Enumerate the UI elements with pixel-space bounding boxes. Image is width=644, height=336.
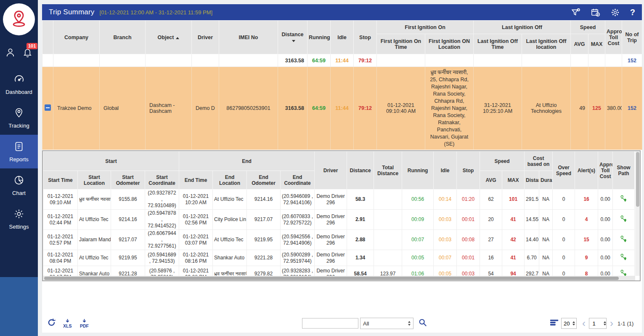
column-header-max-speed[interactable]: MAX — [588, 34, 605, 54]
cell: 00:14 — [434, 189, 457, 210]
group-header-last-ignition: Last Ignition Off — [474, 21, 571, 34]
column-header-toll[interactable]: Approx Toll Cost — [598, 152, 613, 189]
cell: 0.00 — [598, 250, 613, 266]
collapse-checkbox[interactable] — [45, 104, 51, 111]
column-header-end-location[interactable]: End Location — [213, 171, 247, 189]
sidebar: 101 Dashboard Tracking — [0, 0, 38, 336]
column-header-stop[interactable]: Stop — [354, 21, 377, 54]
export-pdf-button[interactable]: PDF — [80, 319, 89, 328]
cell — [377, 54, 425, 67]
search-column-select[interactable]: All — [360, 318, 413, 329]
cell: 9217.07 — [247, 210, 281, 230]
show-path-icon[interactable] — [620, 256, 628, 262]
page-number-input[interactable] — [589, 320, 599, 327]
column-header-running[interactable]: Running — [307, 21, 331, 54]
column-header-stop[interactable]: Stop — [457, 152, 480, 189]
column-header-distance[interactable]: Distance — [278, 21, 307, 54]
cell: (20.5946089 , 72.9414106) — [281, 189, 315, 210]
schedule-calendar-icon[interactable] — [591, 8, 600, 17]
column-header-end-coordinate[interactable]: End Coordinate — [281, 171, 315, 189]
column-header-start-coordinate[interactable]: Start Coordinate — [145, 171, 179, 189]
column-header-idle[interactable]: Idle — [331, 21, 354, 54]
trip-detail-panel: Start End Driver Distance Total Distance… — [42, 150, 641, 281]
column-header-over-speed[interactable]: Over Speed — [553, 152, 575, 189]
column-header-object[interactable]: Object — [146, 21, 192, 54]
cell: 6.70 — [525, 250, 539, 266]
column-header-avg-speed[interactable]: AVG — [571, 34, 588, 54]
total-trips: 152 — [622, 54, 642, 67]
help-icon[interactable]: ? — [630, 8, 635, 17]
idle-cell: 11:44 — [331, 67, 354, 150]
column-header-start-time[interactable]: Start Time — [43, 171, 78, 189]
cell: 0 — [553, 210, 575, 230]
sidebar-item-settings[interactable]: Settings — [0, 202, 38, 236]
cell: 9214.16 — [111, 210, 145, 230]
column-header-trips[interactable]: No of Trip — [622, 21, 642, 54]
search-input[interactable] — [302, 318, 358, 329]
table-row-trip: 01-12-2021 09:10 AM ध्रुव फर्नीचर नवसारी… — [43, 189, 635, 210]
sidebar-item-dashboard[interactable]: Dashboard — [0, 67, 38, 101]
column-header-idle[interactable]: Idle — [434, 152, 457, 189]
cell: 9221.28 — [247, 250, 281, 266]
column-header-alerts[interactable]: Alert(s) — [575, 152, 598, 189]
column-header-branch[interactable]: Branch — [100, 21, 146, 54]
column-header-start-odometer[interactable]: Start Odometer — [111, 171, 145, 189]
app-logo[interactable] — [3, 3, 35, 35]
cell: 9217.07 — [111, 230, 145, 250]
column-header-last-ignition-location[interactable]: Last Ignition Off location — [522, 34, 571, 54]
horizontal-scrollbar[interactable] — [43, 276, 635, 280]
column-header-start-location[interactable]: Start Location — [78, 171, 111, 189]
refresh-icon[interactable] — [47, 318, 56, 329]
table-row-vehicle[interactable]: Trakzee Demo Global Dashcam - Dashcam De… — [42, 67, 642, 150]
toll-cost-cell: 380.00 — [605, 67, 622, 150]
sidebar-item-tracking[interactable]: Tracking — [0, 101, 38, 135]
column-header-end-time[interactable]: End Time — [179, 171, 213, 189]
group-header-speed: Speed — [480, 152, 525, 171]
show-path-icon[interactable] — [620, 218, 628, 224]
company-cell: Trakzee Demo — [53, 67, 100, 150]
user-icon[interactable] — [5, 47, 16, 59]
sidebar-item-reports[interactable]: Reports — [0, 135, 38, 168]
column-header-imei[interactable]: IMEI No — [219, 21, 278, 54]
dashboard-icon — [13, 73, 25, 86]
column-header-driver[interactable]: Driver — [315, 152, 347, 189]
cell: 101 — [502, 189, 525, 210]
sidebar-item-chart[interactable]: Chart — [0, 168, 38, 202]
cell — [425, 54, 474, 67]
column-header-running[interactable]: Running — [402, 152, 434, 189]
show-path-icon[interactable] — [620, 198, 628, 204]
settings-gear-icon[interactable] — [610, 8, 620, 17]
scrollbar-thumb[interactable] — [636, 152, 639, 207]
notifications-bell-icon[interactable]: 101 — [22, 47, 33, 59]
column-header-total-distance[interactable]: Total Distance — [374, 152, 402, 189]
column-header-last-ignition-time[interactable]: Last Ignition Off Time — [474, 34, 522, 54]
column-header-cost-distance[interactable]: Distance — [525, 171, 539, 189]
show-path-icon[interactable] — [620, 238, 628, 244]
column-header-first-ignition-time[interactable]: First Ignition On Time — [377, 34, 425, 54]
column-header-first-ignition-location[interactable]: First Ignition ON Location — [425, 34, 474, 54]
next-page-chevron[interactable]: › — [610, 319, 613, 328]
column-header-avg-speed[interactable]: AVG — [480, 171, 502, 189]
cell: 2.88 — [347, 230, 374, 250]
previous-page-chevron[interactable]: ‹ — [582, 319, 586, 328]
page-size-rows-icon[interactable] — [550, 319, 559, 328]
column-header-cost-duration[interactable]: Duration — [539, 171, 553, 189]
column-header-driver[interactable]: Driver — [192, 21, 219, 54]
cell — [53, 54, 100, 67]
cell: (20.5942556 , 72.9414906) — [281, 230, 315, 250]
column-header-company[interactable]: Company — [53, 21, 100, 54]
search-icon[interactable] — [418, 318, 427, 329]
column-header-toll[interactable]: Approx Toll Cost — [605, 21, 622, 54]
filter-funnel-icon[interactable] — [571, 8, 580, 17]
scrollbar-thumb[interactable] — [44, 277, 619, 280]
export-xls-button[interactable]: XLS — [63, 319, 72, 328]
vertical-scrollbar[interactable] — [635, 151, 640, 276]
column-header-max-speed[interactable]: MAX — [502, 171, 525, 189]
column-header-end-odometer[interactable]: End Odometer — [247, 171, 281, 189]
cell: NA — [539, 230, 553, 250]
column-header-distance[interactable]: Distance — [347, 152, 374, 189]
driver-cell: Demo D — [192, 67, 219, 150]
page-size-select[interactable]: 20 — [561, 318, 577, 329]
cell: Demo Driver 296 — [315, 230, 347, 250]
expand-column-header — [42, 21, 53, 54]
